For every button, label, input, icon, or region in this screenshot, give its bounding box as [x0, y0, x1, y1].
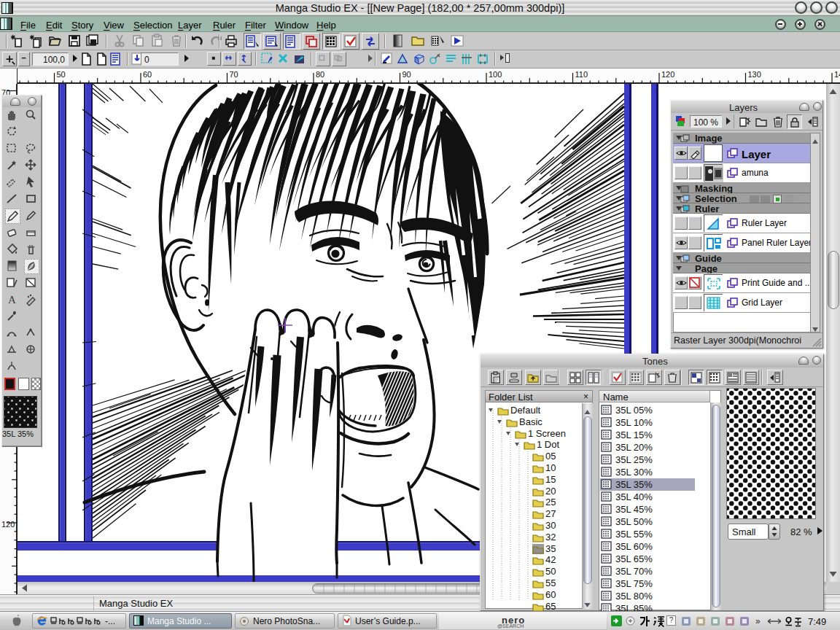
- svg-text:120: 120: [661, 70, 674, 79]
- svg-text:110: 110: [575, 70, 588, 79]
- svg-text:60: 60: [143, 70, 152, 79]
- svg-text:140: 140: [834, 70, 840, 79]
- svg-text:70: 70: [230, 70, 238, 79]
- svg-text:120: 120: [1, 520, 15, 529]
- svg-text:90: 90: [402, 70, 411, 79]
- svg-text:50: 50: [57, 70, 66, 79]
- svg-text:80: 80: [316, 70, 324, 79]
- svg-text:130: 130: [748, 70, 761, 79]
- svg-text:A: A: [8, 294, 16, 306]
- svg-text:100: 100: [489, 70, 502, 79]
